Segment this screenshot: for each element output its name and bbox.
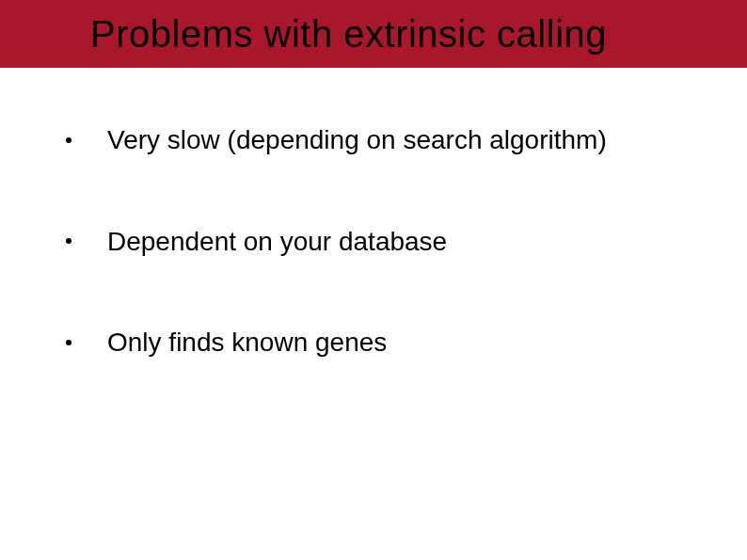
title-bar: Problems with extrinsic calling (0, 0, 747, 68)
bullet-icon (66, 340, 72, 345)
bullet-text: Only finds known genes (107, 327, 387, 359)
slide-content: Very slow (depending on search algorithm… (0, 68, 747, 359)
bullet-icon (66, 137, 72, 143)
list-item: Dependent on your database (66, 226, 747, 258)
list-item: Only finds known genes (66, 327, 747, 359)
list-item: Very slow (depending on search algorithm… (66, 124, 747, 156)
bullet-text: Very slow (depending on search algorithm… (107, 124, 607, 156)
bullet-icon (66, 238, 72, 244)
slide: Problems with extrinsic calling Very slo… (0, 0, 747, 560)
bullet-text: Dependent on your database (107, 226, 447, 258)
slide-title: Problems with extrinsic calling (90, 13, 607, 56)
